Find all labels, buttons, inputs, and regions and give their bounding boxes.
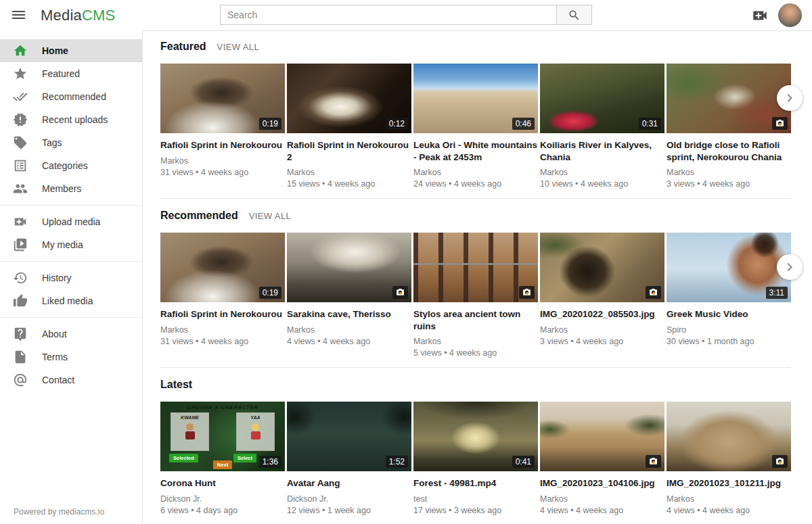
view-all-link[interactable]: VIEW ALL bbox=[217, 42, 259, 52]
media-author[interactable]: Markos bbox=[413, 337, 538, 346]
sidebar-item-categories[interactable]: Categories bbox=[0, 154, 142, 177]
header-upload-media-button[interactable] bbox=[750, 7, 769, 24]
sidebar-item-recommended[interactable]: Recommended bbox=[0, 85, 142, 108]
media-thumbnail[interactable]: 0:19 bbox=[160, 64, 285, 133]
sidebar-item-liked-media[interactable]: Liked media bbox=[0, 289, 142, 312]
media-title[interactable]: Corona Hunt bbox=[160, 477, 285, 490]
sidebar-item-recent-uploads[interactable]: Recent uploads bbox=[0, 108, 142, 131]
media-card[interactable]: Old bridge close to Rafioli sprint, Nero… bbox=[667, 64, 791, 189]
sidebar-item-contact[interactable]: Contact bbox=[0, 368, 142, 391]
media-author[interactable]: Markos bbox=[160, 156, 285, 166]
sidebar-group: HistoryLiked media bbox=[0, 261, 142, 317]
media-thumbnail[interactable] bbox=[413, 233, 538, 302]
media-card[interactable]: 3:11Greek Music VideoSpiro30 views • 1 m… bbox=[667, 233, 791, 346]
media-title[interactable]: Rafioli Sprint in Nerokourou bbox=[160, 308, 285, 320]
powered-by-link[interactable]: Powered by mediacms.io bbox=[14, 507, 104, 517]
media-thumbnail[interactable] bbox=[540, 233, 664, 302]
carousel-next-button[interactable] bbox=[777, 85, 803, 111]
media-thumbnail[interactable]: 0:19 bbox=[160, 233, 285, 302]
media-thumbnail[interactable] bbox=[540, 402, 664, 471]
media-author[interactable]: Markos bbox=[540, 168, 664, 177]
media-title[interactable]: Rafioli Sprint in Nerokourou 2 bbox=[287, 139, 411, 163]
sidebar-item-tags[interactable]: Tags bbox=[0, 131, 142, 154]
camera-lens-dot bbox=[652, 461, 655, 464]
site-logo[interactable]: MediaCMS bbox=[41, 0, 115, 30]
media-card[interactable]: IMG_20201022_085503.jpgMarkos3 views • 4… bbox=[540, 233, 664, 346]
media-author[interactable]: Markos bbox=[540, 325, 664, 335]
media-author[interactable]: Dickson Jr. bbox=[287, 494, 411, 504]
media-title[interactable]: Sarakina cave, Therisso bbox=[287, 308, 411, 320]
media-thumbnail[interactable]: 1:52 bbox=[287, 402, 411, 471]
view-all-link[interactable]: VIEW ALL bbox=[249, 211, 291, 221]
search-button[interactable] bbox=[556, 5, 592, 25]
media-card[interactable]: Stylos area ancient town ruinsMarkos5 vi… bbox=[413, 233, 538, 358]
search-bar bbox=[220, 5, 592, 25]
media-thumbnail[interactable]: 0:12 bbox=[287, 64, 411, 133]
media-author[interactable]: Markos bbox=[160, 325, 285, 335]
game-next-button: Next bbox=[213, 460, 232, 469]
media-card[interactable]: 1:52Avatar AangDickson Jr.12 views • 1 w… bbox=[287, 402, 411, 515]
media-thumbnail[interactable]: 0:41 bbox=[413, 402, 538, 471]
user-avatar[interactable] bbox=[778, 3, 802, 27]
carousel-next-button[interactable] bbox=[777, 254, 803, 280]
sidebar-item-history[interactable]: History bbox=[0, 266, 142, 289]
image-type-badge bbox=[772, 455, 788, 468]
media-title[interactable]: Greek Music Video bbox=[667, 308, 791, 320]
sidebar-item-featured[interactable]: Featured bbox=[0, 62, 142, 85]
media-title[interactable]: Stylos area ancient town ruins bbox=[413, 308, 538, 332]
media-card[interactable]: CHOOSE A CHARACTERKWAMEYAASelectedNextSe… bbox=[160, 402, 285, 515]
media-title[interactable]: Koiliaris River in Kalyves, Chania bbox=[540, 139, 664, 163]
media-title[interactable]: IMG_20201022_085503.jpg bbox=[540, 308, 664, 320]
search-input[interactable] bbox=[220, 5, 556, 25]
media-author[interactable]: Markos bbox=[667, 494, 791, 504]
game-character-panel: KWAME bbox=[171, 412, 209, 451]
media-card[interactable]: IMG_20201023_101211.jpgMarkos4 views • 4… bbox=[667, 402, 791, 515]
media-title[interactable]: Leuka Ori - White mountains - Peak at 24… bbox=[413, 139, 538, 163]
card-row: CHOOSE A CHARACTERKWAMEYAASelectedNextSe… bbox=[160, 402, 791, 515]
media-thumbnail[interactable] bbox=[667, 402, 791, 471]
media-card[interactable]: 0:12Rafioli Sprint in Nerokourou 2Markos… bbox=[287, 64, 411, 189]
media-card[interactable]: 0:19Rafioli Sprint in NerokourouMarkos31… bbox=[160, 64, 285, 177]
sidebar-item-home[interactable]: Home bbox=[0, 39, 142, 62]
media-card[interactable]: Sarakina cave, TherissoMarkos4 views • 4… bbox=[287, 233, 411, 346]
media-title[interactable]: Forest - 49981.mp4 bbox=[413, 477, 538, 490]
duration-badge: 0:19 bbox=[259, 118, 281, 130]
media-author[interactable]: Markos bbox=[540, 494, 664, 504]
media-card[interactable]: 0:46Leuka Ori - White mountains - Peak a… bbox=[413, 64, 538, 189]
media-title[interactable]: IMG_20201023_104106.jpg bbox=[540, 477, 664, 490]
hamburger-menu-button[interactable] bbox=[12, 9, 27, 21]
media-title[interactable]: Avatar Aang bbox=[287, 477, 411, 490]
media-author[interactable]: Markos bbox=[413, 168, 538, 177]
media-thumbnail[interactable]: 3:11 bbox=[667, 233, 791, 302]
sidebar-group: AboutTermsContact bbox=[0, 317, 142, 396]
media-card[interactable]: 0:31Koiliaris River in Kalyves, ChaniaMa… bbox=[540, 64, 664, 189]
media-author[interactable]: Dickson Jr. bbox=[160, 494, 285, 504]
media-title[interactable]: Rafioli Sprint in Nerokourou bbox=[160, 139, 285, 151]
media-author[interactable]: Spiro bbox=[667, 325, 791, 335]
media-author[interactable]: Markos bbox=[287, 325, 411, 335]
media-card[interactable]: 0:19Rafioli Sprint in NerokourouMarkos31… bbox=[160, 233, 285, 346]
sidebar-item-members[interactable]: Members bbox=[0, 177, 142, 200]
media-author[interactable]: Markos bbox=[667, 168, 791, 177]
media-meta: 17 views • 3 weeks ago bbox=[413, 506, 538, 515]
media-title[interactable]: Old bridge close to Rafioli sprint, Nero… bbox=[667, 139, 791, 163]
sidebar-item-upload-media[interactable]: Upload media bbox=[0, 210, 142, 233]
media-card[interactable]: 0:41Forest - 49981.mp4test17 views • 3 w… bbox=[413, 402, 538, 515]
media-author[interactable]: test bbox=[413, 494, 538, 504]
upload-media-icon bbox=[13, 214, 28, 229]
sidebar-item-terms[interactable]: Terms bbox=[0, 346, 142, 368]
sidebar-item-about[interactable]: About bbox=[0, 323, 142, 346]
media-thumbnail[interactable]: CHOOSE A CHARACTERKWAMEYAASelectedNextSe… bbox=[160, 402, 285, 471]
media-thumbnail[interactable]: 0:46 bbox=[413, 64, 538, 133]
sidebar-item-my-media[interactable]: My media bbox=[0, 233, 142, 256]
duration-badge: 0:19 bbox=[259, 287, 281, 299]
tag-icon bbox=[13, 135, 28, 150]
media-thumbnail[interactable] bbox=[287, 233, 411, 302]
media-thumbnail[interactable]: 0:31 bbox=[540, 64, 664, 133]
camera-lens-dot bbox=[399, 292, 402, 295]
media-card[interactable]: IMG_20201023_104106.jpgMarkos4 views • 4… bbox=[540, 402, 664, 515]
media-title[interactable]: IMG_20201023_101211.jpg bbox=[667, 477, 791, 490]
chevron-right-icon bbox=[782, 259, 798, 275]
media-author[interactable]: Markos bbox=[287, 168, 411, 177]
media-thumbnail[interactable] bbox=[667, 64, 791, 133]
